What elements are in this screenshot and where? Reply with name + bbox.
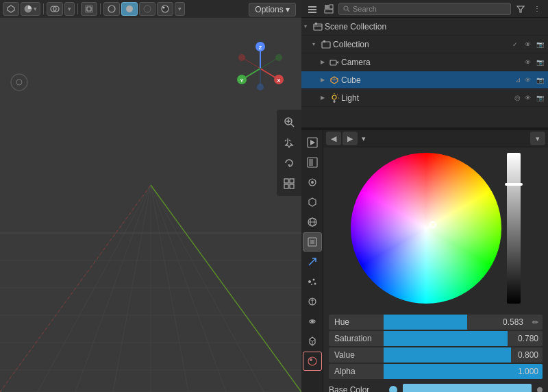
scene-collection-label: Scene Collection	[325, 22, 545, 32]
prop-render-icon[interactable]	[303, 133, 322, 152]
viewport-shading-dropdown[interactable]: ▾	[21, 2, 40, 16]
svg-line-47	[291, 124, 294, 127]
prop-nav-up[interactable]: ▾	[530, 132, 545, 145]
light-eye[interactable]: 👁	[522, 93, 533, 103]
zoom-in-icon[interactable]	[279, 112, 299, 132]
cube-actions: 👁 📷	[522, 75, 545, 86]
prop-nav-prev[interactable]: ◀	[326, 132, 341, 145]
cube-cam[interactable]: 📷	[534, 75, 545, 86]
xray-icon[interactable]	[81, 2, 97, 16]
camera-eye[interactable]: 👁	[522, 57, 533, 68]
separator-2	[77, 3, 78, 14]
shading-wireframe[interactable]	[103, 2, 120, 16]
hue-eyedropper[interactable]: ✏	[527, 315, 543, 330]
outliner-row-camera[interactable]: ▶ Camera 👁 📷	[301, 53, 548, 71]
value-slider[interactable]	[507, 153, 521, 304]
cube-filter-icon: ⊿	[515, 76, 521, 84]
prop-nav-next[interactable]: ▶	[342, 132, 358, 145]
svg-rect-56	[308, 9, 316, 10]
prop-physics-icon[interactable]	[303, 292, 322, 311]
svg-line-40	[243, 58, 260, 69]
saturation-bar[interactable]: 0.780	[384, 331, 543, 346]
shading-material[interactable]	[139, 2, 155, 16]
svg-point-29	[162, 5, 169, 12]
properties-panel: ◀ ▶ ▾ ▾	[301, 130, 548, 392]
overlay-icon[interactable]	[47, 2, 63, 16]
viewport-side-toolbar	[277, 110, 301, 196]
svg-rect-52	[290, 179, 294, 183]
outliner-options-icon[interactable]: ⋮	[530, 2, 544, 16]
outliner-icon[interactable]	[322, 2, 336, 16]
properties-breadcrumb: ▾	[362, 134, 366, 143]
svg-rect-84	[310, 240, 314, 244]
svg-rect-53	[284, 184, 288, 188]
cube-eye[interactable]: 👁	[522, 75, 533, 86]
prop-modifier-icon[interactable]	[303, 252, 322, 271]
search-bar[interactable]: Search	[338, 3, 511, 15]
prop-view-icon[interactable]	[303, 173, 322, 192]
collection-camera[interactable]: 📷	[534, 39, 545, 50]
base-color-swatch[interactable]	[403, 384, 532, 392]
color-wheel-cursor[interactable]	[429, 221, 436, 228]
alpha-bar[interactable]: 1.000	[384, 364, 543, 379]
base-color-circle	[389, 386, 397, 392]
search-placeholder: Search	[353, 5, 377, 13]
svg-point-85	[308, 280, 311, 283]
shading-render[interactable]	[157, 2, 173, 16]
svg-text:Y: Y	[240, 77, 244, 84]
prop-constraints-icon[interactable]	[303, 312, 322, 331]
viewport-gizmo[interactable]: Z X Y	[233, 41, 288, 96]
grid-view-icon[interactable]	[279, 174, 299, 193]
svg-point-43	[275, 54, 282, 61]
row-expand-collection: ▾	[312, 41, 319, 47]
camera-cam[interactable]: 📷	[534, 57, 545, 68]
light-cam[interactable]: 📷	[534, 93, 545, 103]
options-button[interactable]: Options ▾	[249, 3, 296, 16]
grab-icon[interactable]	[279, 133, 299, 152]
value-row[interactable]: Value 0.800	[329, 347, 543, 363]
prop-object-icon[interactable]	[303, 232, 322, 252]
row-expand-light: ▶	[321, 95, 327, 101]
filter-icon[interactable]	[514, 2, 527, 16]
svg-rect-63	[314, 24, 322, 30]
prop-output-icon[interactable]	[303, 153, 322, 172]
saturation-row[interactable]: Saturation 0.780	[329, 331, 543, 346]
svg-line-70	[337, 95, 338, 95]
prop-particles-icon[interactable]	[303, 272, 322, 291]
prop-material-icon[interactable]	[303, 352, 322, 371]
svg-text:Z: Z	[259, 45, 262, 51]
orbit-icon[interactable]	[279, 154, 299, 173]
svg-rect-67	[330, 60, 336, 65]
prop-data-icon[interactable]	[303, 332, 322, 351]
svg-point-92	[308, 357, 316, 365]
prop-world-icon[interactable]	[303, 212, 322, 232]
viewport-mode-icon[interactable]	[3, 2, 19, 16]
hue-row[interactable]: Hue 0.583 ✏	[329, 315, 543, 330]
outliner-row-light[interactable]: ▶ Light ◎ 👁 📷	[301, 89, 548, 107]
value-slider-handle[interactable]	[505, 183, 523, 186]
outliner-mode-icon[interactable]	[306, 2, 319, 16]
alpha-row[interactable]: Alpha 1.000	[329, 364, 543, 379]
prop-scene-icon[interactable]	[303, 193, 322, 212]
outliner-row-scene-collection[interactable]: ▾ Scene Collection	[301, 18, 548, 36]
svg-point-28	[144, 5, 151, 12]
collection-visibility[interactable]: ✓	[510, 39, 521, 50]
overlay-dropdown[interactable]: ▾	[64, 2, 75, 16]
base-color-row[interactable]: Base Color	[323, 384, 548, 392]
hue-bar[interactable]: 0.583	[384, 315, 527, 330]
collection-eye[interactable]: 👁	[522, 39, 533, 50]
svg-point-79	[311, 181, 314, 184]
color-wheel-wrapper[interactable]	[351, 153, 501, 304]
shading-dropdown[interactable]: ▾	[175, 2, 185, 16]
svg-point-27	[126, 5, 133, 12]
value-slider-wrapper[interactable]	[507, 153, 521, 304]
outliner-row-cube[interactable]: ▶ Cube ⊿ 👁 📷	[301, 71, 548, 89]
color-wheel-hue[interactable]	[351, 153, 501, 304]
shading-solid[interactable]	[121, 2, 138, 16]
outliner-row-collection[interactable]: ▾ Collection ✓ 👁 📷	[301, 36, 548, 53]
viewport[interactable]: ▾ ▾ ▾ Options ▾	[0, 0, 301, 392]
saturation-value: 0.780	[518, 334, 538, 343]
svg-point-68	[332, 95, 336, 99]
svg-point-91	[311, 320, 314, 323]
value-bar[interactable]: 0.800	[384, 347, 543, 363]
